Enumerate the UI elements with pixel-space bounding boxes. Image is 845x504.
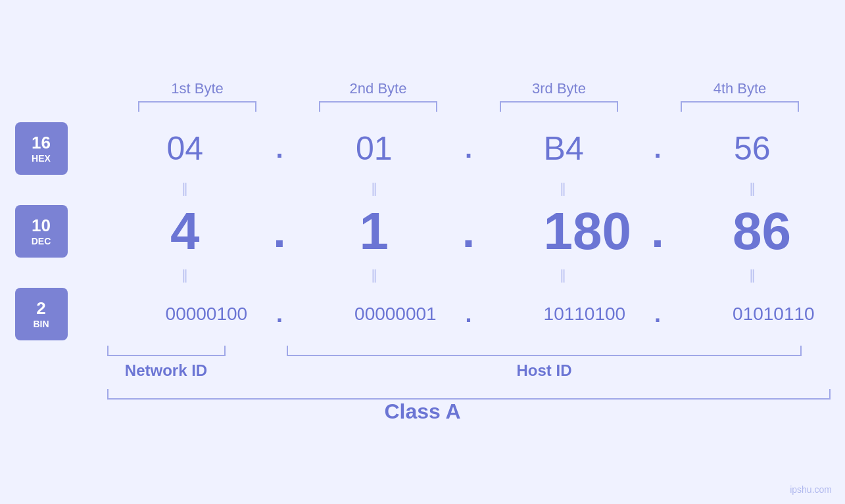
sep-icon-6: ‖ [371,267,377,283]
sep-icon-7: ‖ [560,267,566,283]
byte3-header: 3rd Byte [469,80,650,97]
sep-icon-5: ‖ [181,267,188,283]
dec-val-4: 86 [733,201,771,262]
dot-dec-1: . [273,205,285,258]
bracket-byte1 [107,101,288,112]
bin-val-3: 10110100 [544,304,583,325]
bin-row: 2 BIN 00000100 . 00000001 . 10110100 . 0… [15,288,831,340]
bracket-byte2 [288,101,469,112]
hex-base-name: HEX [32,153,51,164]
host-id-label: Host ID [517,361,572,380]
bin-val-4: 01010110 [733,304,771,325]
id-brackets-row: Network ID Host ID [15,346,831,380]
dot-bin-1: . [276,300,283,328]
sep-icon-4: ‖ [749,180,756,196]
hex-val-4: 56 [733,129,771,168]
sep-icon-2: ‖ [371,180,377,196]
host-id-section: Host ID [258,346,831,380]
sep-dec-bin: ‖ ‖ ‖ ‖ [15,262,831,288]
bin-base-name: BIN [33,319,49,330]
dec-val-1: 4 [166,201,205,262]
bracket-byte3 [469,101,650,112]
byte4-header: 4th Byte [650,80,831,97]
byte2-header: 2nd Byte [288,80,469,97]
network-id-section: Network ID [107,346,226,380]
dec-val-2: 1 [354,201,393,262]
sep-hex-dec: ‖ ‖ ‖ ‖ [15,175,831,201]
hex-val-2: 01 [354,129,393,168]
hex-badge: 16 HEX [15,122,68,175]
network-id-label: Network ID [125,361,207,380]
class-a-section: Class A [15,389,831,424]
bin-val-1: 00000100 [166,304,205,325]
dot-dec-3: . [651,205,664,258]
hex-val-1: 04 [166,129,205,168]
dec-badge: 10 DEC [15,205,68,258]
dot-hex-1: . [276,134,283,164]
sep-icon-8: ‖ [749,267,756,283]
bin-badge: 2 BIN [15,288,68,340]
dec-row: 10 DEC 4 . 1 . 180 . 86 [15,201,831,262]
dec-base-number: 10 [32,216,51,236]
dot-bin-2: . [465,300,471,328]
dec-val-3: 180 [544,201,583,262]
sep-icon-1: ‖ [181,180,188,196]
bin-val-2: 00000001 [354,304,393,325]
class-a-label: Class A [384,400,460,423]
dot-dec-2: . [462,205,475,258]
sep-icon-3: ‖ [560,180,566,196]
dec-base-name: DEC [32,236,51,247]
byte1-header: 1st Byte [107,80,288,97]
hex-row: 16 HEX 04 . 01 . B4 . 56 [15,122,831,175]
bracket-byte4 [650,101,831,112]
hex-base-number: 16 [32,133,51,153]
bin-base-number: 2 [36,298,45,319]
hex-val-3: B4 [544,129,583,168]
dot-bin-3: . [654,300,661,328]
watermark: ipshu.com [790,484,832,495]
dot-hex-3: . [654,134,661,164]
dot-hex-2: . [465,134,472,164]
